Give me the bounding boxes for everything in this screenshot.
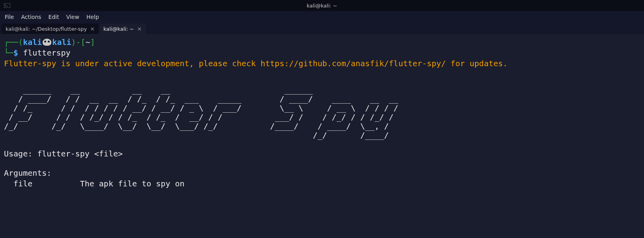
- tab-home[interactable]: kali@kali: ~ ×: [99, 24, 146, 34]
- prompt-line-2: └─$ flutterspy: [4, 48, 640, 58]
- prompt-command: flutterspy: [23, 48, 70, 58]
- prompt-host: kali: [52, 37, 71, 47]
- menu-file[interactable]: File: [5, 14, 14, 20]
- arg-desc: The apk file to spy on: [32, 179, 184, 188]
- argument-row: file The apk file to spy on: [4, 178, 640, 189]
- menu-actions[interactable]: Actions: [21, 14, 41, 20]
- close-icon[interactable]: ×: [90, 26, 95, 32]
- close-icon[interactable]: ×: [137, 26, 142, 32]
- terminal-icon: [3, 2, 11, 9]
- arg-name: file: [4, 179, 32, 188]
- terminal-body[interactable]: ┌──(kalikali)-[~] └─$ flutterspy Flutter…: [0, 34, 644, 192]
- dev-notice: Flutter-spy is under active development,…: [4, 58, 640, 69]
- prompt-symbol: $: [13, 48, 18, 58]
- menu-view[interactable]: View: [66, 14, 79, 20]
- ascii-art-banner: ______ __ __ __ ______ / ____/ / / __ __…: [4, 86, 640, 140]
- skull-icon: [43, 39, 51, 46]
- window-title: kali@kali: ~: [307, 3, 337, 9]
- window-titlebar: kali@kali: ~: [0, 0, 644, 11]
- usage-line: Usage: flutter-spy <file>: [4, 149, 640, 159]
- tab-flutter-spy-dir[interactable]: kali@kali: ~/Desktop/flutter-spy ×: [2, 24, 99, 34]
- menu-help[interactable]: Help: [86, 14, 99, 20]
- tabbar: kali@kali: ~/Desktop/flutter-spy × kali@…: [0, 23, 644, 34]
- tab-label: kali@kali: ~/Desktop/flutter-spy: [6, 26, 87, 32]
- prompt-line-1: ┌──(kalikali)-[~]: [4, 37, 640, 48]
- prompt-user: kali: [23, 37, 42, 47]
- prompt-path: ~: [86, 37, 90, 47]
- menubar: File Actions Edit View Help: [0, 11, 644, 23]
- tab-label: kali@kali: ~: [103, 26, 134, 32]
- arguments-header: Arguments:: [4, 168, 640, 178]
- menu-edit[interactable]: Edit: [49, 14, 59, 20]
